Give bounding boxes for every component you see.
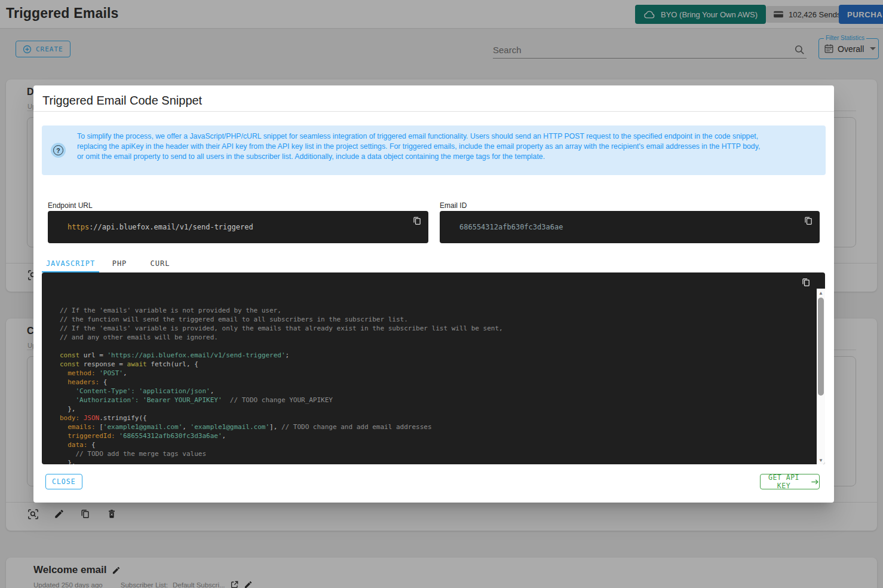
endpoint-url-box: https://api.bluefox.email/v1/send-trigge… bbox=[48, 211, 428, 243]
app-screen: Triggered Emails BYO (Bring Your Own AWS… bbox=[0, 0, 883, 588]
info-alert-text: To simplify the process, we offer a Java… bbox=[77, 131, 764, 162]
get-api-key-label: GET API KEY bbox=[761, 473, 807, 490]
arrow-right-icon bbox=[811, 479, 819, 485]
get-api-key-button[interactable]: GET API KEY bbox=[760, 474, 820, 489]
code-content: // If the 'emails' variable is not provi… bbox=[60, 306, 813, 464]
endpoint-url-value: ://api.bluefox.email/v1/send-triggered bbox=[89, 223, 253, 231]
code-snippet-dialog: Triggered Email Code Snippet ? To simpli… bbox=[33, 85, 834, 503]
scrollbar-thumb[interactable] bbox=[818, 298, 824, 396]
tab-php[interactable]: PHP bbox=[99, 254, 140, 272]
copy-email-id-icon[interactable] bbox=[804, 216, 814, 226]
dialog-title: Triggered Email Code Snippet bbox=[42, 94, 202, 108]
email-id-value: 686554312afb630fc3d3a6ae bbox=[459, 223, 563, 231]
endpoint-url-scheme: https bbox=[68, 223, 89, 231]
info-alert: ? To simplify the process, we offer a Ja… bbox=[42, 125, 826, 175]
copy-endpoint-icon[interactable] bbox=[412, 216, 422, 226]
help-icon: ? bbox=[51, 143, 66, 158]
scroll-up-icon[interactable]: ▲ bbox=[817, 289, 825, 297]
divider bbox=[33, 111, 834, 112]
code-block: // If the 'emails' variable is not provi… bbox=[42, 272, 825, 464]
tab-curl[interactable]: CURL bbox=[140, 254, 180, 272]
close-button[interactable]: CLOSE bbox=[45, 474, 82, 489]
code-scrollbar[interactable]: ▲ ▼ bbox=[817, 289, 825, 464]
email-id-box: 686554312afb630fc3d3a6ae bbox=[440, 211, 820, 243]
tab-javascript[interactable]: JAVASCRIPT bbox=[42, 254, 99, 272]
email-id-label: Email ID bbox=[440, 201, 467, 210]
endpoint-url-label: Endpoint URL bbox=[48, 201, 93, 210]
copy-code-icon[interactable] bbox=[801, 277, 811, 287]
scroll-down-icon[interactable]: ▼ bbox=[817, 456, 825, 464]
language-tabs: JAVASCRIPT PHP CURL bbox=[42, 254, 180, 272]
